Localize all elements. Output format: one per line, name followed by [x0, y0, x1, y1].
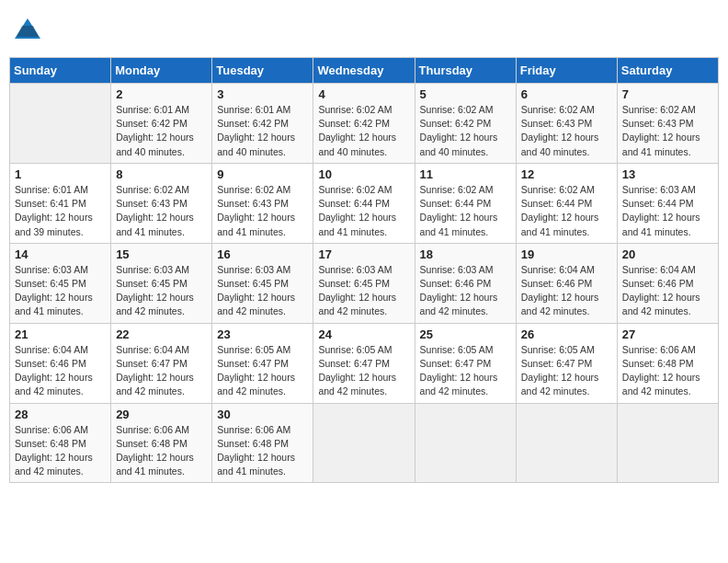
day-info: Sunrise: 6:03 AMSunset: 6:45 PMDaylight:…	[318, 263, 409, 319]
day-number: 24	[318, 327, 409, 341]
dow-header-monday: Monday	[111, 58, 212, 84]
day-info: Sunrise: 6:01 AMSunset: 6:41 PMDaylight:…	[15, 183, 106, 239]
day-number: 15	[116, 247, 207, 261]
cal-cell: 21Sunrise: 6:04 AMSunset: 6:46 PMDayligh…	[10, 323, 111, 403]
day-info: Sunrise: 6:02 AMSunset: 6:44 PMDaylight:…	[521, 183, 612, 239]
calendar-table: SundayMondayTuesdayWednesdayThursdayFrid…	[9, 57, 719, 483]
cal-cell: 26Sunrise: 6:05 AMSunset: 6:47 PMDayligh…	[516, 323, 617, 403]
day-number: 10	[318, 167, 409, 181]
day-info: Sunrise: 6:02 AMSunset: 6:43 PMDaylight:…	[116, 183, 207, 239]
day-number: 19	[521, 247, 612, 261]
day-number: 23	[217, 327, 308, 341]
cal-cell: 30Sunrise: 6:06 AMSunset: 6:48 PMDayligh…	[212, 403, 313, 483]
day-info: Sunrise: 6:05 AMSunset: 6:47 PMDaylight:…	[318, 343, 409, 399]
dow-header-wednesday: Wednesday	[313, 58, 415, 84]
cal-cell: 25Sunrise: 6:05 AMSunset: 6:47 PMDayligh…	[415, 323, 516, 403]
day-info: Sunrise: 6:05 AMSunset: 6:47 PMDaylight:…	[217, 343, 308, 399]
days-of-week-row: SundayMondayTuesdayWednesdayThursdayFrid…	[10, 58, 719, 84]
cal-cell: 2Sunrise: 6:01 AMSunset: 6:42 PMDaylight…	[111, 84, 212, 164]
day-number: 25	[420, 327, 511, 341]
logo-icon	[13, 17, 42, 42]
day-info: Sunrise: 6:03 AMSunset: 6:44 PMDaylight:…	[622, 183, 713, 239]
day-number: 14	[15, 247, 106, 261]
cal-cell: 3Sunrise: 6:01 AMSunset: 6:42 PMDaylight…	[212, 84, 313, 164]
cal-cell: 18Sunrise: 6:03 AMSunset: 6:46 PMDayligh…	[415, 243, 516, 323]
cal-cell: 16Sunrise: 6:03 AMSunset: 6:45 PMDayligh…	[212, 243, 313, 323]
cal-cell: 6Sunrise: 6:02 AMSunset: 6:43 PMDaylight…	[516, 84, 617, 164]
cal-cell: 10Sunrise: 6:02 AMSunset: 6:44 PMDayligh…	[313, 163, 415, 243]
cal-cell: 19Sunrise: 6:04 AMSunset: 6:46 PMDayligh…	[516, 243, 617, 323]
dow-header-saturday: Saturday	[617, 58, 718, 84]
day-number: 27	[622, 327, 713, 341]
day-info: Sunrise: 6:06 AMSunset: 6:48 PMDaylight:…	[622, 343, 713, 399]
day-number: 8	[116, 167, 207, 181]
svg-marker-1	[17, 26, 39, 37]
day-info: Sunrise: 6:02 AMSunset: 6:43 PMDaylight:…	[521, 103, 612, 159]
day-number: 12	[521, 167, 612, 181]
week-row-1: 1Sunrise: 6:01 AMSunset: 6:41 PMDaylight…	[10, 163, 719, 243]
day-info: Sunrise: 6:02 AMSunset: 6:42 PMDaylight:…	[318, 103, 409, 159]
day-number: 5	[420, 87, 511, 101]
day-number: 4	[318, 87, 409, 101]
day-number: 18	[420, 247, 511, 261]
logo	[13, 17, 46, 42]
cal-cell: 5Sunrise: 6:02 AMSunset: 6:42 PMDaylight…	[415, 84, 516, 164]
cal-cell: 27Sunrise: 6:06 AMSunset: 6:48 PMDayligh…	[617, 323, 718, 403]
day-info: Sunrise: 6:05 AMSunset: 6:47 PMDaylight:…	[521, 343, 612, 399]
calendar-header	[9, 9, 719, 50]
day-info: Sunrise: 6:05 AMSunset: 6:47 PMDaylight:…	[420, 343, 511, 399]
day-number: 17	[318, 247, 409, 261]
day-number: 28	[15, 408, 106, 421]
cal-cell: 12Sunrise: 6:02 AMSunset: 6:44 PMDayligh…	[516, 163, 617, 243]
cal-cell: 11Sunrise: 6:02 AMSunset: 6:44 PMDayligh…	[415, 163, 516, 243]
day-number: 6	[521, 87, 612, 101]
cal-cell: 29Sunrise: 6:06 AMSunset: 6:48 PMDayligh…	[111, 403, 212, 483]
day-number: 1	[15, 167, 106, 181]
day-number: 7	[622, 87, 713, 101]
week-row-3: 21Sunrise: 6:04 AMSunset: 6:46 PMDayligh…	[10, 323, 719, 403]
calendar-body: 2Sunrise: 6:01 AMSunset: 6:42 PMDaylight…	[10, 84, 719, 483]
day-number: 13	[622, 167, 713, 181]
day-info: Sunrise: 6:03 AMSunset: 6:46 PMDaylight:…	[420, 263, 511, 319]
cal-cell: 4Sunrise: 6:02 AMSunset: 6:42 PMDaylight…	[313, 84, 415, 164]
day-info: Sunrise: 6:02 AMSunset: 6:43 PMDaylight:…	[622, 103, 713, 159]
day-number: 9	[217, 167, 308, 181]
cal-cell: 8Sunrise: 6:02 AMSunset: 6:43 PMDaylight…	[111, 163, 212, 243]
cal-cell: 20Sunrise: 6:04 AMSunset: 6:46 PMDayligh…	[617, 243, 718, 323]
cal-cell	[313, 403, 415, 483]
day-number: 21	[15, 327, 106, 341]
day-info: Sunrise: 6:03 AMSunset: 6:45 PMDaylight:…	[217, 263, 308, 319]
cal-cell	[516, 403, 617, 483]
day-number: 11	[420, 167, 511, 181]
cal-cell	[10, 84, 111, 164]
day-info: Sunrise: 6:06 AMSunset: 6:48 PMDaylight:…	[15, 423, 106, 479]
day-number: 2	[116, 87, 207, 101]
day-info: Sunrise: 6:01 AMSunset: 6:42 PMDaylight:…	[116, 103, 207, 159]
dow-header-friday: Friday	[516, 58, 617, 84]
cal-cell: 23Sunrise: 6:05 AMSunset: 6:47 PMDayligh…	[212, 323, 313, 403]
cal-cell: 7Sunrise: 6:02 AMSunset: 6:43 PMDaylight…	[617, 84, 718, 164]
day-number: 26	[521, 327, 612, 341]
day-info: Sunrise: 6:02 AMSunset: 6:42 PMDaylight:…	[420, 103, 511, 159]
day-info: Sunrise: 6:04 AMSunset: 6:46 PMDaylight:…	[15, 343, 106, 399]
day-number: 16	[217, 247, 308, 261]
dow-header-sunday: Sunday	[10, 58, 111, 84]
day-info: Sunrise: 6:03 AMSunset: 6:45 PMDaylight:…	[15, 263, 106, 319]
day-info: Sunrise: 6:02 AMSunset: 6:43 PMDaylight:…	[217, 183, 308, 239]
cal-cell	[617, 403, 718, 483]
day-info: Sunrise: 6:01 AMSunset: 6:42 PMDaylight:…	[217, 103, 308, 159]
cal-cell: 15Sunrise: 6:03 AMSunset: 6:45 PMDayligh…	[111, 243, 212, 323]
day-number: 29	[116, 408, 207, 421]
day-info: Sunrise: 6:04 AMSunset: 6:47 PMDaylight:…	[116, 343, 207, 399]
cal-cell: 1Sunrise: 6:01 AMSunset: 6:41 PMDaylight…	[10, 163, 111, 243]
cal-cell: 28Sunrise: 6:06 AMSunset: 6:48 PMDayligh…	[10, 403, 111, 483]
cal-cell: 24Sunrise: 6:05 AMSunset: 6:47 PMDayligh…	[313, 323, 415, 403]
cal-cell: 14Sunrise: 6:03 AMSunset: 6:45 PMDayligh…	[10, 243, 111, 323]
day-number: 30	[217, 408, 308, 421]
day-info: Sunrise: 6:06 AMSunset: 6:48 PMDaylight:…	[217, 423, 308, 479]
week-row-4: 28Sunrise: 6:06 AMSunset: 6:48 PMDayligh…	[10, 403, 719, 483]
cal-cell	[415, 403, 516, 483]
day-info: Sunrise: 6:02 AMSunset: 6:44 PMDaylight:…	[318, 183, 409, 239]
day-number: 22	[116, 327, 207, 341]
week-row-0: 2Sunrise: 6:01 AMSunset: 6:42 PMDaylight…	[10, 84, 719, 164]
